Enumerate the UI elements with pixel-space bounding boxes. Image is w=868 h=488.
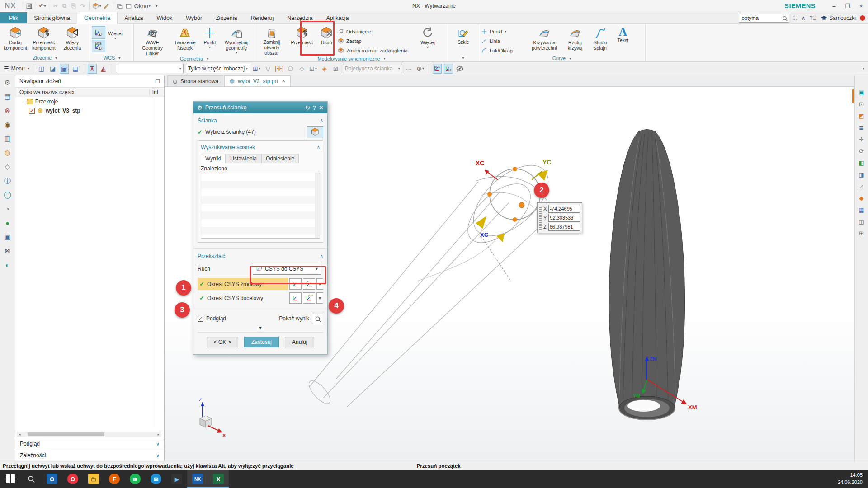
dialog-header[interactable]: ⚙ Przesuń ściankę ↻ ? ✕ bbox=[193, 102, 327, 113]
tab-plik[interactable]: Plik bbox=[0, 12, 27, 23]
scope-dropdown[interactable]: Tylko w części roboczej▾ bbox=[186, 64, 250, 73]
tooltip-x-value[interactable]: -74.24695 bbox=[548, 205, 580, 213]
tree-node-part[interactable]: ✓ wylot_V3_stp bbox=[15, 106, 164, 115]
command-search-input[interactable]: optyma bbox=[739, 14, 789, 23]
source-csys-label[interactable]: ✓ Określ CSYS źródłowy bbox=[198, 278, 288, 290]
assembly-constraints-button[interactable]: Więzy złożenia bbox=[58, 25, 86, 51]
show-only-icon[interactable]: ▣ bbox=[60, 64, 69, 74]
collapse-dialog-icon[interactable]: ▼ bbox=[198, 325, 323, 332]
project-curve-button[interactable]: Rzutuj krzywą bbox=[562, 25, 588, 51]
file-explorer-icon[interactable]: 🗀 bbox=[83, 470, 104, 488]
dock-icon-fit[interactable]: ⊡ bbox=[858, 100, 866, 108]
wave-geometry-linker-button[interactable]: WAVE Geometry Linker bbox=[135, 25, 170, 56]
tab-renderuj[interactable]: Renderuj bbox=[244, 12, 280, 23]
add-component-button[interactable]: Dodaj komponent bbox=[1, 25, 29, 51]
arc-circle-button[interactable]: Łuk/Okrąg bbox=[480, 46, 527, 55]
dock-icon-view[interactable]: ▣ bbox=[858, 88, 866, 96]
materials-icon[interactable]: ◐ bbox=[3, 260, 13, 270]
panel-undock-icon[interactable]: ❐ bbox=[155, 78, 160, 84]
process-studio-icon[interactable]: ● bbox=[3, 218, 13, 228]
repeat-icon[interactable]: ↷ bbox=[78, 1, 87, 11]
nx-taskbar-icon[interactable]: NX bbox=[187, 470, 208, 488]
windows-start-icon[interactable] bbox=[0, 470, 21, 488]
target-csys-options-icon[interactable]: ▼ bbox=[316, 292, 323, 304]
assembly-navigator-icon[interactable]: ▤ bbox=[3, 92, 13, 102]
cut-icon[interactable]: ✂ bbox=[51, 1, 60, 11]
interpart-link-icon[interactable]: ⊼ bbox=[88, 64, 97, 74]
dock-icon-pan[interactable]: ✛ bbox=[858, 135, 866, 143]
dock-icon-measure[interactable]: ⊿ bbox=[858, 182, 866, 190]
outlook-icon[interactable]: O bbox=[42, 470, 62, 488]
text-button[interactable]: ATekst bbox=[613, 25, 633, 43]
point-button[interactable]: Punkt▾ bbox=[200, 25, 219, 50]
cascade-window-icon[interactable] bbox=[115, 1, 124, 11]
dock-icon-background[interactable]: ⊞ bbox=[858, 229, 866, 237]
tab-wybor[interactable]: Wybór bbox=[179, 12, 209, 23]
group-dropdown-icon[interactable]: ▾ bbox=[55, 56, 57, 60]
list-scrollbar[interactable] bbox=[315, 173, 320, 238]
cancel-button[interactable]: Anuluj bbox=[285, 337, 314, 347]
wcs-more-button[interactable]: Więcej▾ bbox=[106, 25, 125, 41]
reset-icon[interactable]: ↻ bbox=[305, 104, 310, 111]
apply-button[interactable]: Zastosuj bbox=[244, 337, 279, 347]
window-menu[interactable]: Okno▾ bbox=[133, 1, 151, 11]
tree-expander-icon[interactable]: − bbox=[22, 99, 24, 104]
help-icon[interactable]: ?⃝ bbox=[810, 15, 817, 21]
display-wcs-button[interactable] bbox=[92, 26, 105, 39]
show-component-icon[interactable]: ◫ bbox=[37, 64, 46, 74]
tab-ustawienia[interactable]: Ustawienia bbox=[226, 154, 261, 163]
source-csys-options-icon[interactable]: ▼ bbox=[316, 278, 323, 290]
tab-analiza[interactable]: Analiza bbox=[118, 12, 150, 23]
dock-icon-layers[interactable]: ≣ bbox=[858, 123, 866, 131]
target-csys-label[interactable]: ✓ Określ CSYS docelowy bbox=[198, 292, 288, 304]
tab-geometria[interactable]: Geometria bbox=[77, 12, 118, 24]
tab-odniesienie[interactable]: Odniesienie bbox=[261, 154, 299, 163]
polygon-select-icon[interactable]: ⬠ bbox=[286, 64, 295, 74]
copy-icon[interactable]: ⧉ bbox=[60, 1, 69, 11]
tab-wyniki[interactable]: Wyniki bbox=[201, 154, 226, 163]
toolbar-overflow-icon[interactable]: ▾ bbox=[863, 66, 864, 70]
dock-icon-shadow[interactable]: ◫ bbox=[858, 217, 866, 225]
history-icon[interactable]: ◔ bbox=[3, 204, 13, 214]
menu-button[interactable]: ☰ Menu▾ bbox=[4, 65, 29, 72]
results-list[interactable] bbox=[201, 173, 320, 239]
save-icon[interactable] bbox=[25, 1, 34, 11]
tooltip-z-value[interactable]: 66.987981 bbox=[548, 223, 580, 231]
sketch-button[interactable]: Szkic bbox=[451, 25, 476, 45]
taskbar-search-icon[interactable] bbox=[21, 470, 42, 488]
group-dropdown-icon[interactable]: ▾ bbox=[569, 56, 571, 61]
manufacturing-wizard-icon[interactable]: ▣ bbox=[3, 232, 13, 242]
collapse-ribbon-icon[interactable]: ∧ bbox=[802, 15, 806, 21]
rotate-view-icon[interactable]: ⊠ bbox=[331, 64, 340, 74]
horizontal-scrollbar[interactable]: ◂ ▸ bbox=[17, 432, 161, 437]
extract-geometry-button[interactable]: Wyodrębnij geometrię▾ bbox=[220, 25, 253, 55]
restore-button[interactable]: ❐ bbox=[841, 0, 854, 12]
preview-checkbox[interactable]: ✓ bbox=[198, 316, 203, 322]
brush-icon[interactable] bbox=[102, 1, 111, 11]
tab-strona-glowna[interactable]: Strona główna bbox=[27, 12, 77, 23]
paste-icon[interactable]: ⎘ bbox=[69, 1, 78, 11]
group-dropdown-icon[interactable]: ▾ bbox=[207, 57, 208, 61]
undo-icon[interactable]: ↶▾ bbox=[38, 1, 47, 11]
minimize-button[interactable]: – bbox=[827, 0, 841, 12]
resize-blend-button[interactable]: Zmień rozmiar zaokrąglenia bbox=[336, 46, 417, 55]
plane-tool-icon[interactable]: ⊡▾ bbox=[309, 64, 318, 74]
dock-icon-orient[interactable]: ◩ bbox=[858, 112, 866, 120]
messenger-icon[interactable]: ✉ bbox=[146, 470, 166, 488]
wcs-display-icon[interactable] bbox=[444, 64, 453, 74]
face-select-button[interactable] bbox=[307, 126, 323, 138]
section-podglad[interactable]: Podgląd∨ bbox=[15, 438, 164, 449]
tab-part-document[interactable]: wylot_V3_stp.prt ✕ bbox=[224, 75, 291, 86]
select-inside-icon[interactable]: [✛] bbox=[275, 64, 284, 74]
source-csys-dialog-button[interactable]: … bbox=[289, 278, 302, 290]
spotify-icon[interactable]: ≋ bbox=[125, 470, 146, 488]
constraint-navigator-icon[interactable]: ⊗ bbox=[3, 106, 13, 116]
studio-spline-button[interactable]: Studio splajn bbox=[589, 25, 612, 51]
replace-face-button[interactable]: Zastąp bbox=[336, 36, 417, 46]
component-group-icon[interactable]: ◪ bbox=[48, 64, 57, 74]
fullscreen-icon[interactable]: ⛶ bbox=[793, 15, 797, 21]
filter-funnel-icon[interactable]: ▽ bbox=[264, 64, 273, 74]
offset-region-button[interactable]: Odsunięcie bbox=[336, 27, 417, 36]
move-component-button[interactable]: Przemieść komponent bbox=[30, 25, 58, 51]
group-dropdown-icon[interactable]: ▾ bbox=[118, 56, 120, 60]
